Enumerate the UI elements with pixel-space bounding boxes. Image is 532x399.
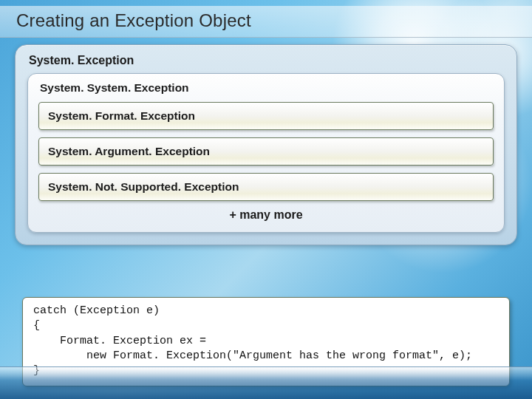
footer-band [0, 366, 532, 399]
slide-title: Creating an Exception Object [16, 10, 516, 31]
exception-row-label: System. Argument. Exception [48, 145, 484, 158]
exception-row: System. Argument. Exception [38, 137, 494, 166]
inner-panel: System. System. Exception System. Format… [27, 73, 505, 233]
exception-row: System. Format. Exception [38, 102, 494, 130]
exception-row-label: System. Format. Exception [48, 109, 484, 123]
many-more-label: + many more [38, 208, 494, 222]
title-bar: Creating an Exception Object [0, 6, 532, 38]
outer-panel-label: System. Exception [29, 54, 505, 67]
inner-panel-label: System. System. Exception [40, 81, 494, 95]
exception-row-label: System. Not. Supported. Exception [48, 180, 484, 194]
exception-row: System. Not. Supported. Exception [38, 173, 494, 201]
outer-panel: System. Exception System. System. Except… [15, 44, 517, 245]
